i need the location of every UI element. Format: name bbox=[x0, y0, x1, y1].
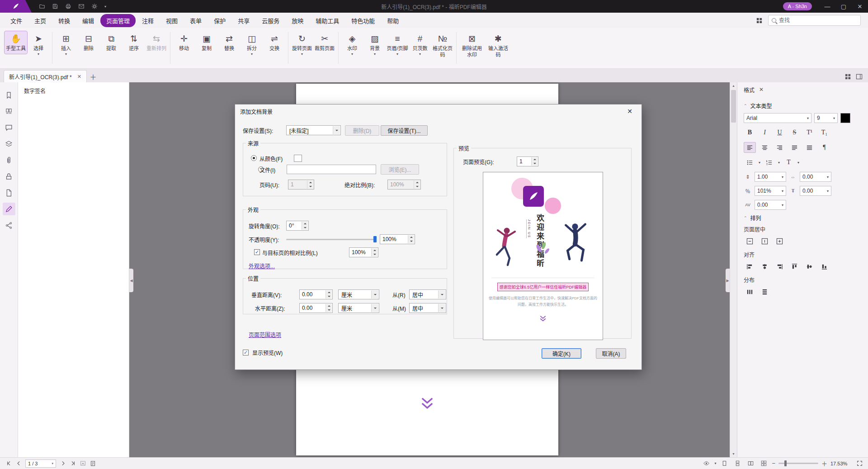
tab-accessibility[interactable]: 辅助工具 bbox=[310, 14, 345, 27]
from-color-radio[interactable] bbox=[251, 155, 257, 161]
ribbon-tool-remove-trial-watermark[interactable]: ⊠删除试用水印 bbox=[459, 31, 485, 60]
tab-protect[interactable]: 保护 bbox=[208, 14, 231, 27]
text-type-section-header[interactable]: ⌃文本类型 bbox=[744, 102, 862, 109]
vertical-distance-spinner[interactable]: 0.00 bbox=[299, 289, 333, 299]
align-left-edges-button[interactable] bbox=[744, 261, 756, 272]
char-spacing-select[interactable]: 0.00▾ bbox=[800, 172, 831, 182]
superscript-button[interactable]: T¹ bbox=[803, 127, 816, 138]
destinations-icon[interactable] bbox=[3, 186, 15, 199]
saved-settings-select[interactable]: [未指定] bbox=[286, 125, 341, 135]
background-color-swatch[interactable] bbox=[294, 155, 302, 162]
digital-signatures-icon[interactable] bbox=[3, 203, 15, 215]
distribute-horizontal-button[interactable] bbox=[744, 286, 756, 297]
bookmarks-icon[interactable] bbox=[3, 89, 15, 101]
align-horizontal-center-button[interactable] bbox=[759, 261, 771, 272]
chevron-down-icon[interactable]: ▾ bbox=[797, 161, 799, 165]
relative-scale-spinner[interactable]: 100% bbox=[349, 247, 378, 257]
center-horizontal-button[interactable] bbox=[744, 236, 756, 246]
ribbon-tool-swap[interactable]: ⇌交换 bbox=[263, 31, 286, 54]
opacity-spinner[interactable]: 100% bbox=[380, 234, 415, 244]
align-force-justify-button[interactable] bbox=[803, 142, 816, 153]
continuous-view-icon[interactable] bbox=[732, 459, 742, 468]
page-number-box[interactable]: 1 / 3▾ bbox=[25, 460, 56, 468]
last-page-button[interactable] bbox=[68, 459, 78, 468]
vertical-from-select[interactable]: 居中 bbox=[409, 289, 446, 299]
page-range-options-link[interactable]: 页面范围选项 bbox=[249, 331, 281, 338]
chevron-down-icon[interactable]: ▾ bbox=[778, 161, 780, 165]
horizontal-distance-spinner[interactable]: 0.00 bbox=[299, 303, 333, 313]
ribbon-tool-hand[interactable]: ✋手型工具 bbox=[5, 31, 27, 54]
ribbon-tool-select[interactable]: ➤选择▾ bbox=[27, 31, 50, 58]
bold-button[interactable]: B bbox=[744, 127, 756, 138]
zoom-out-button[interactable]: − bbox=[772, 460, 775, 467]
ribbon-tool-insert[interactable]: ⊞插入▾ bbox=[55, 31, 77, 58]
print-icon[interactable] bbox=[65, 3, 71, 9]
ribbon-tool-reverse[interactable]: ⇅逆序 bbox=[123, 31, 145, 54]
horizontal-from-select[interactable]: 居中 bbox=[409, 303, 446, 313]
tab-form[interactable]: 表单 bbox=[184, 14, 208, 27]
tab-share[interactable]: 共享 bbox=[232, 14, 255, 27]
mail-icon[interactable] bbox=[78, 3, 85, 9]
tab-home[interactable]: 主页 bbox=[28, 14, 52, 27]
tab-present[interactable]: 放映 bbox=[286, 14, 309, 27]
ribbon-tool-watermark[interactable]: ◈水印▾ bbox=[341, 31, 363, 58]
reading-mode-eye-icon[interactable] bbox=[701, 459, 711, 468]
chevron-down-icon[interactable]: ▾ bbox=[714, 462, 716, 465]
ribbon-tool-move[interactable]: ✛移动 bbox=[173, 31, 195, 54]
security-settings-ic lock-icon[interactable] bbox=[3, 170, 15, 183]
save-settings-button[interactable]: 保存设置(T)... bbox=[381, 125, 428, 136]
gear-icon[interactable] bbox=[91, 3, 98, 9]
next-page-button[interactable] bbox=[58, 459, 68, 468]
single-page-view-icon[interactable] bbox=[719, 459, 729, 468]
spinner-arrows[interactable] bbox=[408, 235, 414, 243]
maximize-button[interactable]: ▢ bbox=[835, 0, 852, 13]
distribute-vertical-button[interactable] bbox=[759, 286, 771, 297]
ribbon-tool-replace[interactable]: ⇄替换 bbox=[218, 31, 241, 54]
baseline-offset-select[interactable]: 0.00▾ bbox=[800, 186, 831, 196]
snapshot-icon[interactable] bbox=[78, 459, 88, 468]
ribbon-tool-rotate-pages[interactable]: ↻旋转页面▾ bbox=[291, 31, 313, 58]
italic-button[interactable]: I bbox=[759, 127, 771, 138]
clipboard-icon[interactable] bbox=[88, 459, 98, 468]
vertical-unit-select[interactable]: 厘米 bbox=[338, 289, 379, 299]
font-family-select[interactable]: Arial▾ bbox=[744, 113, 811, 123]
search-input[interactable] bbox=[779, 17, 857, 24]
continuous-facing-view-icon[interactable] bbox=[759, 459, 769, 468]
align-center-button[interactable] bbox=[759, 142, 771, 153]
tab-file[interactable]: 文件 bbox=[5, 14, 28, 27]
kerning-select[interactable]: 0.00▾ bbox=[755, 200, 786, 210]
format-panel-tab[interactable]: 格式 bbox=[744, 86, 755, 94]
ribbon-tool-crop-pages[interactable]: ✂裁剪页面 bbox=[313, 31, 336, 54]
close-document-icon[interactable]: ✕ bbox=[77, 74, 81, 80]
show-preview-checkbox[interactable]: ✓ bbox=[243, 350, 249, 355]
align-right-button[interactable] bbox=[774, 142, 786, 153]
ribbon-tool-format-page-numbers[interactable]: №格式化页码 bbox=[431, 31, 454, 60]
scrollbar-thumb[interactable] bbox=[731, 90, 736, 123]
zoom-slider[interactable] bbox=[778, 463, 818, 464]
ribbon-tool-background[interactable]: ▨背景▾ bbox=[363, 31, 386, 58]
tab-featured[interactable]: 特色功能 bbox=[345, 14, 381, 27]
comments-icon[interactable] bbox=[3, 121, 15, 134]
cancel-button[interactable]: 取消(A) bbox=[596, 348, 626, 359]
spinner-arrows[interactable] bbox=[302, 222, 308, 230]
facing-view-icon[interactable] bbox=[745, 459, 755, 468]
tab-comment[interactable]: 注释 bbox=[136, 14, 160, 27]
scroll-down-arrow[interactable]: ▼ bbox=[730, 450, 737, 457]
ribbon-tool-split[interactable]: ◫拆分▾ bbox=[241, 31, 263, 58]
opacity-slider-handle[interactable] bbox=[373, 236, 377, 242]
spinner-arrows[interactable] bbox=[326, 290, 332, 298]
opacity-slider[interactable] bbox=[286, 234, 377, 244]
numbered-list-button[interactable] bbox=[763, 157, 775, 168]
arrange-section-header[interactable]: ⌃排列 bbox=[744, 214, 862, 222]
ribbon-tool-bates-numbering[interactable]: #贝茨数▾ bbox=[409, 31, 431, 58]
opacity-slider-track[interactable] bbox=[286, 239, 377, 240]
horizontal-scale-select[interactable]: 101%▾ bbox=[755, 186, 786, 196]
zoom-slider-handle[interactable] bbox=[784, 460, 787, 466]
indent-button[interactable]: T bbox=[783, 157, 795, 168]
zoom-in-button[interactable]: ＋ bbox=[821, 459, 827, 468]
align-right-edges-button[interactable] bbox=[774, 261, 786, 272]
scroll-up-arrow[interactable]: ▲ bbox=[730, 82, 737, 89]
first-page-button[interactable] bbox=[4, 459, 14, 468]
dialog-close-icon[interactable]: ✕ bbox=[623, 104, 637, 118]
line-spacing-select[interactable]: 1.00▾ bbox=[755, 172, 786, 182]
